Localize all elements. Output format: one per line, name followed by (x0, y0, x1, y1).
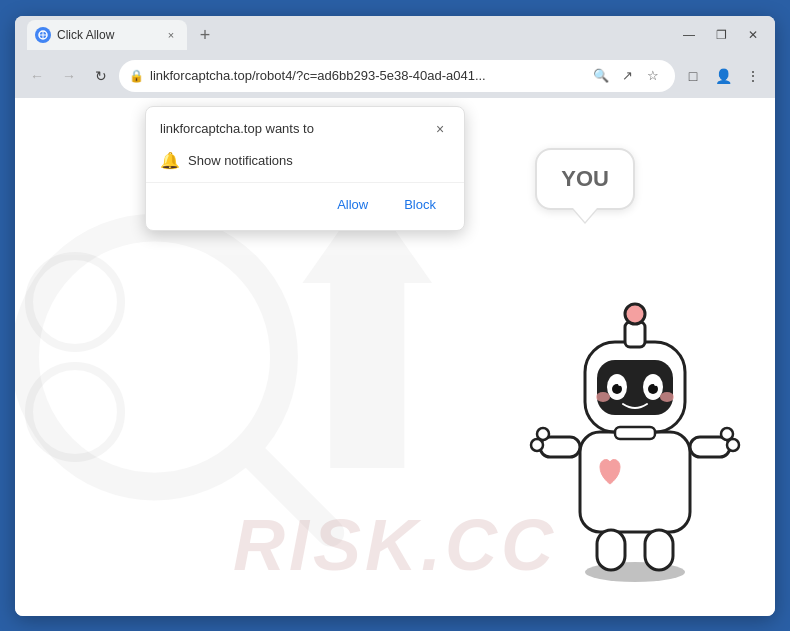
bell-icon: 🔔 (160, 151, 180, 170)
back-button[interactable]: ← (23, 62, 51, 90)
title-bar: Click Allow × + — ❐ ✕ (15, 16, 775, 54)
svg-rect-7 (580, 432, 690, 532)
url-actions: 🔍 ↗ ☆ (589, 64, 665, 88)
address-bar: ← → ↻ 🔒 linkforcaptcha.top/robot4/?c=ad6… (15, 54, 775, 98)
block-button[interactable]: Block (390, 191, 450, 218)
window-controls: — ❐ ✕ (675, 21, 767, 49)
allow-button[interactable]: Allow (323, 191, 382, 218)
svg-point-13 (727, 439, 739, 451)
search-url-button[interactable]: 🔍 (589, 64, 613, 88)
permission-text: Show notifications (188, 153, 293, 168)
wm-logo-circle-2 (25, 362, 125, 462)
minimize-button[interactable]: — (675, 21, 703, 49)
maximize-button[interactable]: ❐ (707, 21, 735, 49)
notification-popup: linkforcaptcha.top wants to × 🔔 Show not… (145, 106, 465, 231)
popup-close-button[interactable]: × (430, 119, 450, 139)
robot-illustration (525, 262, 745, 586)
svg-point-28 (660, 392, 674, 402)
watermark-text: RISK.CC (233, 504, 557, 586)
url-text: linkforcaptcha.top/robot4/?c=ad6bb293-5e… (150, 68, 583, 83)
close-button[interactable]: ✕ (739, 21, 767, 49)
profile-button[interactable]: 👤 (709, 62, 737, 90)
bubble-text: YOU (561, 166, 609, 191)
svg-rect-14 (597, 530, 625, 570)
active-tab[interactable]: Click Allow × (27, 20, 187, 50)
tab-favicon (35, 27, 51, 43)
svg-point-11 (531, 439, 543, 451)
svg-marker-5 (303, 190, 433, 468)
popup-title: linkforcaptcha.top wants to (160, 121, 314, 136)
popup-header: linkforcaptcha.top wants to × (146, 107, 464, 147)
page-content: RISK.CC YOU (15, 98, 775, 616)
svg-rect-15 (645, 530, 673, 570)
svg-point-26 (654, 382, 658, 386)
wm-logo-circle-1 (25, 252, 125, 352)
forward-button[interactable]: → (55, 62, 83, 90)
extensions-button[interactable]: □ (679, 62, 707, 90)
tab-bar: Click Allow × + (23, 20, 675, 50)
refresh-button[interactable]: ↻ (87, 62, 115, 90)
lock-icon: 🔒 (129, 69, 144, 83)
bookmark-button[interactable]: ☆ (641, 64, 665, 88)
tab-title: Click Allow (57, 28, 157, 42)
svg-rect-18 (625, 322, 645, 347)
svg-rect-17 (615, 427, 655, 439)
url-bar[interactable]: 🔒 linkforcaptcha.top/robot4/?c=ad6bb293-… (119, 60, 675, 92)
speech-bubble-area: YOU (535, 148, 635, 210)
browser-window: Click Allow × + — ❐ ✕ ← → ↻ 🔒 linkforcap… (15, 16, 775, 616)
new-tab-button[interactable]: + (191, 22, 219, 50)
menu-button[interactable]: ⋮ (739, 62, 767, 90)
share-button[interactable]: ↗ (615, 64, 639, 88)
toolbar-actions: □ 👤 ⋮ (679, 62, 767, 90)
popup-permission-row: 🔔 Show notifications (146, 147, 464, 182)
popup-actions: Allow Block (146, 182, 464, 230)
svg-point-25 (618, 382, 622, 386)
svg-point-19 (625, 304, 645, 324)
watermark-logos (25, 252, 125, 462)
tab-close-button[interactable]: × (163, 27, 179, 43)
svg-point-27 (596, 392, 610, 402)
